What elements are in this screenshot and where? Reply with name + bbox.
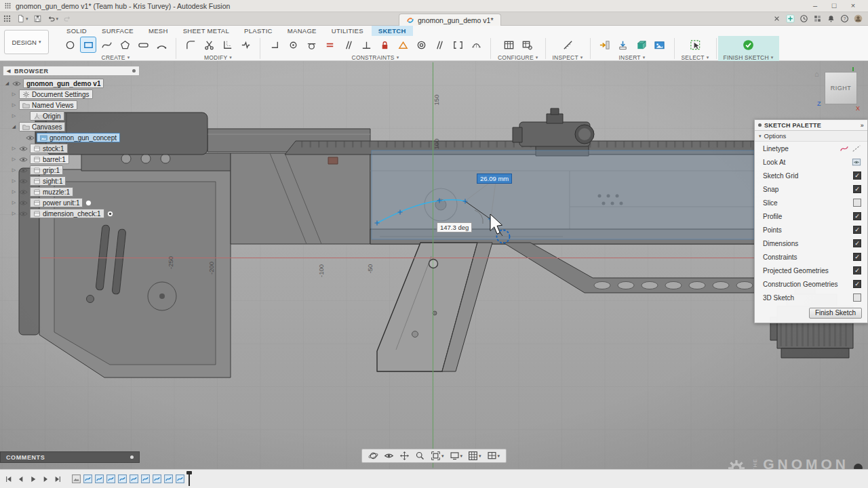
configuration-settings[interactable] bbox=[519, 37, 534, 52]
snap-checkbox[interactable]: ✓ bbox=[853, 185, 861, 193]
points-checkbox[interactable]: ✓ bbox=[853, 226, 861, 234]
expander-icon[interactable]: ▷ bbox=[11, 113, 17, 119]
timeline-feature-sketch[interactable] bbox=[129, 474, 139, 484]
popout-icon[interactable]: » bbox=[861, 122, 864, 129]
expander-icon[interactable]: ▷ bbox=[11, 200, 17, 205]
step-back-button[interactable] bbox=[15, 473, 26, 485]
eye-icon[interactable] bbox=[19, 211, 28, 217]
break-tool[interactable] bbox=[238, 37, 253, 52]
expander-icon[interactable]: ▷ bbox=[11, 178, 17, 184]
perpendicular-constraint[interactable] bbox=[359, 37, 374, 52]
sketch-grid-checkbox[interactable]: ✓ bbox=[853, 171, 861, 180]
trim-tool[interactable] bbox=[201, 37, 216, 52]
job-status-button[interactable] bbox=[800, 13, 808, 25]
viewcube[interactable]: ⌂ RIGHT Z X bbox=[825, 72, 857, 104]
measure-tool[interactable] bbox=[560, 37, 575, 52]
fit-control[interactable]: ▾ bbox=[431, 451, 444, 461]
select-tool[interactable] bbox=[688, 37, 703, 52]
slice-checkbox[interactable] bbox=[853, 199, 861, 207]
ribbon-tab-solid[interactable]: SOLID bbox=[60, 26, 94, 36]
timeline-feature-sketch[interactable] bbox=[106, 474, 116, 484]
ribbon-tab-utilities[interactable]: UTILITIES bbox=[325, 26, 370, 36]
browser-item-grip-1[interactable]: ▷grip:1 bbox=[3, 165, 140, 176]
expander-icon[interactable]: ▷ bbox=[11, 92, 17, 97]
browser-item-barrel-1[interactable]: ▷barrel:1 bbox=[3, 154, 140, 165]
finish-sketch-button[interactable] bbox=[741, 37, 756, 52]
minimize-button[interactable]: – bbox=[806, 0, 825, 12]
finish-sketch-button[interactable]: Finish Sketch bbox=[809, 308, 862, 319]
sketch-plane-region[interactable] bbox=[372, 150, 754, 239]
eye-icon[interactable] bbox=[12, 81, 21, 87]
canvas-3d-view[interactable]: 150 100 -250 -200 -100 -50 26.09 mm 147.… bbox=[0, 61, 868, 488]
undo-button[interactable]: ▾ bbox=[47, 13, 59, 25]
ribbon-group-label-insert[interactable]: INSERT▾ bbox=[619, 54, 646, 61]
horizontal-vertical-constraint[interactable] bbox=[267, 37, 282, 52]
configure-table[interactable] bbox=[501, 37, 516, 52]
ribbon-tab-mesh[interactable]: MESH bbox=[142, 26, 175, 36]
pan-control[interactable] bbox=[399, 451, 410, 461]
ribbon-group-label-modify[interactable]: MODIFY▾ bbox=[204, 54, 232, 61]
eye-icon[interactable] bbox=[19, 167, 28, 174]
browser-item-dimension-check-1[interactable]: ▷dimension_check:1 bbox=[3, 208, 140, 219]
file-menu-button[interactable]: ▾ bbox=[16, 13, 28, 25]
timeline-feature-sketch[interactable] bbox=[140, 474, 151, 484]
go-to-end-button[interactable] bbox=[52, 473, 63, 485]
browser-item-document-settings[interactable]: ▷Document Settings bbox=[3, 89, 140, 100]
timeline-feature-sketch[interactable] bbox=[163, 474, 174, 484]
eye-icon[interactable] bbox=[19, 178, 28, 184]
grid-settings[interactable]: ▾ bbox=[468, 451, 481, 461]
construction-line-icon[interactable] bbox=[852, 144, 861, 153]
expander-icon[interactable]: ▷ bbox=[11, 102, 17, 108]
timeline-feature-sketch[interactable] bbox=[152, 474, 162, 484]
ribbon-tab-sketch[interactable]: SKETCH bbox=[372, 26, 413, 36]
timeline-feature-sketch[interactable] bbox=[175, 474, 185, 484]
browser-item-gnomon-gun-demo-v1[interactable]: ◢gnomon_gun_demo v1 bbox=[3, 78, 140, 89]
insert-dxf[interactable] bbox=[616, 37, 631, 52]
step-forward-button[interactable] bbox=[39, 473, 51, 485]
eye-icon[interactable] bbox=[19, 146, 28, 152]
rectangle-tool[interactable] bbox=[81, 37, 96, 52]
coincident-constraint[interactable] bbox=[285, 37, 300, 52]
timeline-playhead[interactable] bbox=[189, 472, 190, 486]
browser-item-stock-1[interactable]: ▷stock:1 bbox=[3, 143, 140, 154]
go-to-start-button[interactable] bbox=[3, 473, 14, 485]
browser-item-power-unit-1[interactable]: ▷power unit:1 bbox=[3, 197, 140, 208]
expander-icon[interactable]: ▷ bbox=[11, 189, 17, 195]
ribbon-group-label-create[interactable]: CREATE▾ bbox=[102, 54, 130, 61]
ribbon-group-label-select[interactable]: SELECT▾ bbox=[682, 54, 709, 61]
collapse-panel-icon[interactable]: ◀ bbox=[7, 68, 11, 74]
browser-item-canvases[interactable]: ◢Canvases bbox=[3, 121, 140, 132]
spline-tool[interactable] bbox=[99, 37, 114, 52]
tangent-constraint[interactable] bbox=[304, 37, 319, 52]
ribbon-group-label-configure[interactable]: CONFIGURE▾ bbox=[498, 54, 538, 61]
expander-icon[interactable]: ◢ bbox=[4, 81, 10, 86]
slot-tool[interactable] bbox=[136, 37, 151, 52]
offset-tool[interactable] bbox=[220, 37, 235, 52]
symmetry-constraint[interactable] bbox=[450, 37, 465, 52]
ribbon-tab-sheet-metal[interactable]: SHEET METAL bbox=[176, 26, 236, 36]
timeline-feature-sketch[interactable] bbox=[83, 474, 93, 484]
panel-handle-icon[interactable] bbox=[132, 69, 136, 73]
comments-bar[interactable]: COMMENTS bbox=[0, 451, 140, 463]
timeline-feature-canvas[interactable] bbox=[71, 474, 81, 484]
close-button[interactable]: × bbox=[844, 0, 863, 12]
fix-constraint[interactable] bbox=[377, 37, 392, 52]
eye-icon[interactable] bbox=[26, 135, 35, 141]
maximize-button[interactable]: □ bbox=[825, 0, 844, 12]
insert-mesh[interactable] bbox=[634, 37, 649, 52]
document-tab[interactable]: gnomon_gun_demo v1* bbox=[399, 14, 501, 26]
midpoint-constraint[interactable] bbox=[395, 37, 410, 52]
activate-component-radio[interactable] bbox=[106, 210, 114, 218]
home-view-icon[interactable]: ⌂ bbox=[814, 70, 819, 78]
sketch-palette-header[interactable]: SKETCH PALETTE » bbox=[755, 120, 867, 131]
app-grid-button[interactable] bbox=[3, 13, 12, 25]
spline-pink-icon[interactable] bbox=[840, 144, 849, 153]
3d-sketch-checkbox[interactable] bbox=[853, 293, 861, 302]
concentric-constraint[interactable] bbox=[414, 37, 429, 52]
play-button[interactable] bbox=[27, 473, 39, 485]
insert-derive[interactable] bbox=[597, 37, 612, 52]
ribbon-group-label-inspect[interactable]: INSPECT▾ bbox=[553, 54, 583, 61]
comments-handle-icon[interactable] bbox=[130, 455, 134, 459]
dimensions-checkbox[interactable]: ✓ bbox=[853, 239, 861, 247]
fillet-tool[interactable] bbox=[183, 37, 198, 52]
